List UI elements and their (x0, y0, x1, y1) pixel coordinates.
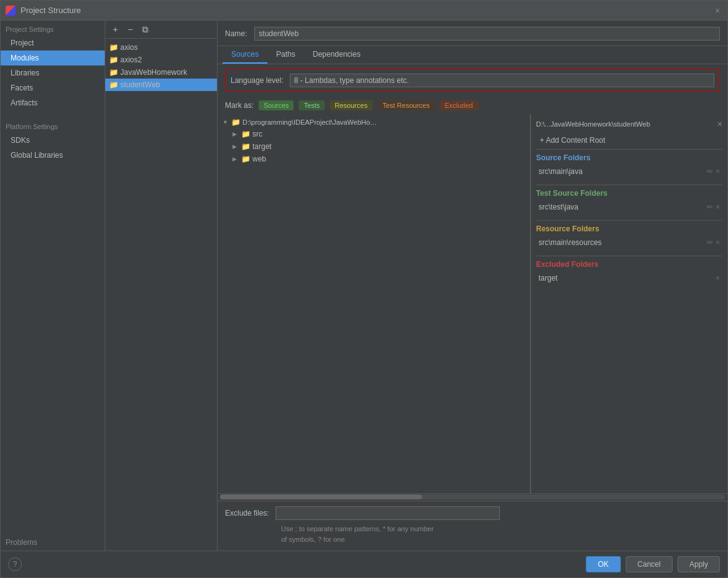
add-module-button[interactable]: + (109, 23, 122, 36)
expand-arrow: ▶ (232, 156, 239, 162)
content-panel: Name: Sources Paths Dependencies Languag… (218, 21, 727, 551)
tree-item-label: studentWeb (120, 80, 160, 89)
ok-button[interactable]: OK (586, 556, 620, 572)
source-folders-panel: D:\...JavaWebHomework\studentWeb × + Add… (530, 114, 727, 493)
tab-sources[interactable]: Sources (223, 46, 267, 64)
excluded-folders-title: Excluded Folders (536, 259, 722, 270)
source-folder-actions: ✏ × (707, 167, 720, 176)
apply-button[interactable]: Apply (678, 556, 720, 572)
source-folders-title: Source Folders (536, 152, 722, 163)
remove-resource-folder-button[interactable]: × (716, 238, 720, 247)
test-source-folders-section: Test Source Folders src\test\java ✏ × (536, 188, 722, 213)
tree-item-label: axios (120, 43, 138, 52)
badge-test-resources[interactable]: Test Resources (378, 100, 435, 110)
close-panel-button[interactable]: × (717, 119, 722, 129)
remove-excluded-folder-button[interactable]: × (716, 274, 720, 282)
sidebar-item-global-libraries[interactable]: Global Libraries (1, 148, 105, 163)
language-level-select-wrapper: 1 - No new features2 - Inner classes3 - … (290, 74, 714, 87)
add-content-root-button[interactable]: + Add Content Root (536, 134, 722, 147)
cancel-button[interactable]: Cancel (626, 556, 673, 572)
language-level-box: Language level: 1 - No new features2 - I… (225, 69, 720, 92)
add-content-root-label: + Add Content Root (540, 136, 605, 145)
folder-icon: 📁 (109, 56, 118, 64)
app-icon (6, 6, 16, 16)
sidebar-item-facets[interactable]: Facets (1, 80, 105, 95)
mark-as-label: Mark as: (225, 101, 254, 110)
language-level-label: Language level: (231, 76, 284, 85)
edit-test-source-folder-button[interactable]: ✏ (707, 203, 713, 211)
test-source-folder-entry-0: src\test\java ✏ × (536, 201, 722, 213)
excluded-folder-entry-0: target × (536, 272, 722, 284)
project-structure-dialog: Project Structure × Project Settings Pro… (0, 0, 728, 578)
tree-item-axios[interactable]: 📁 axios (105, 41, 217, 54)
badge-resources[interactable]: Resources (330, 100, 373, 110)
folder-icon: 📁 (109, 44, 118, 51)
badge-tests[interactable]: Tests (299, 100, 325, 110)
tree-item-axios2[interactable]: 📁 axios2 (105, 54, 217, 66)
tree-item-label: JavaWebHomework (120, 68, 187, 77)
tabs-bar: Sources Paths Dependencies (218, 46, 727, 64)
sidebar-item-modules[interactable]: Modules (1, 51, 105, 65)
file-tree-web[interactable]: ▶ 📁 web (218, 153, 530, 165)
exclude-files-row: Exclude files: (225, 506, 720, 520)
sidebar: Project Settings Project Modules Librari… (1, 21, 105, 551)
problems-section[interactable]: Problems (1, 534, 105, 551)
project-settings-header: Project Settings (1, 21, 105, 36)
tab-paths[interactable]: Paths (267, 46, 304, 64)
resource-folder-entry-0: src\main\resources ✏ × (536, 237, 722, 248)
mark-as-row: Mark as: Sources Tests Resources Test Re… (218, 97, 727, 114)
tree-panel: + − ⧉ 📁 axios 📁 axios2 📁 JavaWebHomework (105, 21, 218, 551)
sidebar-item-artifacts[interactable]: Artifacts (1, 95, 105, 110)
footer-left: ? (8, 557, 22, 571)
excluded-folder-actions: × (716, 274, 720, 282)
folder-icon: 📁 (241, 155, 250, 163)
folder-icon: 📁 (241, 143, 250, 150)
test-source-folder-path: src\test\java (539, 203, 707, 211)
remove-test-source-folder-button[interactable]: × (716, 203, 720, 211)
folder-icon: 📁 (241, 130, 250, 138)
help-button[interactable]: ? (8, 557, 22, 571)
test-source-folders-title: Test Source Folders (536, 188, 722, 199)
edit-resource-folder-button[interactable]: ✏ (707, 238, 713, 247)
edit-source-folder-button[interactable]: ✏ (707, 167, 713, 176)
badge-excluded[interactable]: Excluded (439, 100, 477, 110)
file-tree-root[interactable]: ▼ 📁 D:\programming\IDEAProject\JavaWebHo… (218, 117, 530, 128)
folder-icon: 📁 (109, 69, 118, 76)
expand-arrow: ▶ (232, 131, 239, 137)
main-content: Project Settings Project Modules Librari… (1, 21, 727, 551)
excluded-folder-path: target (539, 274, 716, 282)
resource-folder-actions: ✏ × (707, 238, 720, 247)
tree-item-studentweb[interactable]: 📁 studentWeb (105, 79, 217, 91)
language-level-select[interactable]: 1 - No new features2 - Inner classes3 - … (290, 74, 714, 87)
copy-module-button[interactable]: ⧉ (139, 23, 151, 36)
scrollbar-thumb[interactable] (220, 494, 422, 499)
remove-module-button[interactable]: − (124, 23, 136, 36)
horizontal-scrollbar[interactable] (218, 493, 727, 501)
name-input[interactable] (254, 27, 720, 41)
folder-icon: 📁 (231, 118, 240, 126)
folder-icon: 📁 (109, 81, 118, 89)
expand-arrow: ▶ (232, 143, 239, 150)
name-label: Name: (225, 29, 247, 38)
name-row: Name: (218, 21, 727, 46)
tab-dependencies[interactable]: Dependencies (304, 46, 370, 64)
sidebar-item-project[interactable]: Project (1, 36, 105, 51)
excluded-folders-section: Excluded Folders target × (536, 259, 722, 284)
resource-folders-title: Resource Folders (536, 223, 722, 234)
file-tree-target[interactable]: ▶ 📁 target (218, 140, 530, 153)
sidebar-item-sdks[interactable]: SDKs (1, 133, 105, 148)
platform-settings-header: Platform Settings (1, 115, 105, 133)
scrollbar-track[interactable] (220, 494, 725, 499)
file-tree-root-label: D:\programming\IDEAProject\JavaWebHomewo… (242, 118, 380, 126)
file-tree: ▼ 📁 D:\programming\IDEAProject\JavaWebHo… (218, 114, 530, 493)
close-button[interactable]: × (712, 6, 722, 16)
remove-source-folder-button[interactable]: × (716, 167, 720, 176)
tree-item-javawebhomework[interactable]: 📁 JavaWebHomework (105, 66, 217, 79)
module-tree: 📁 axios 📁 axios2 📁 JavaWebHomework 📁 stu… (105, 39, 217, 551)
exclude-files-input[interactable] (275, 506, 500, 520)
badge-sources[interactable]: Sources (259, 100, 294, 110)
tree-item-label: axios2 (120, 55, 142, 64)
file-tree-src[interactable]: ▶ 📁 src (218, 128, 530, 140)
test-source-folder-actions: ✏ × (707, 203, 720, 211)
sidebar-item-libraries[interactable]: Libraries (1, 65, 105, 80)
